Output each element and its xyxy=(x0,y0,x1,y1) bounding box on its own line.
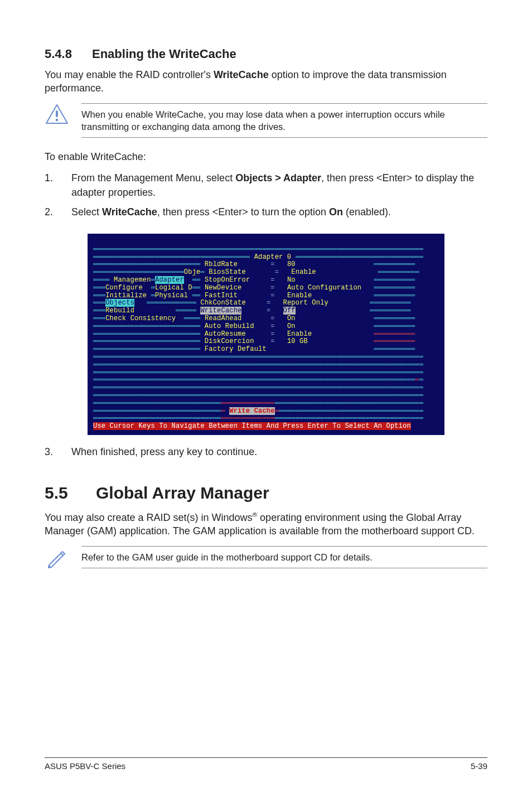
step-1: 1. From the Management Menu, select Obje… xyxy=(45,171,487,199)
step-3: 3. When finished, press any key to conti… xyxy=(45,445,487,459)
submenu-logical: Logical D xyxy=(155,284,192,292)
steps-list-cont: 3. When finished, press any key to conti… xyxy=(45,445,487,459)
menu-management: Managemen xyxy=(114,276,151,284)
step1-pre: From the Management Menu, select xyxy=(71,172,235,183)
terminal-header: Adapter 0 xyxy=(254,253,292,261)
page-footer: ASUS P5BV-C Series 5-39 xyxy=(45,757,487,771)
step2-bold2: On xyxy=(329,206,343,218)
prop-writecache: WriteCache xyxy=(200,307,241,315)
svg-line-3 xyxy=(61,553,63,555)
step2-bold1: WriteCache xyxy=(102,206,157,218)
procedure-label: To enable WriteCache: xyxy=(45,150,487,163)
submenu-adapter: Adapter xyxy=(155,276,184,284)
prop-factorydefault: Factory Default xyxy=(205,345,267,353)
svg-rect-1 xyxy=(56,110,58,117)
footer-right: 5-39 xyxy=(471,761,487,771)
terminal-screen: ════════════════════════════════════════… xyxy=(88,234,444,435)
info-note: Refer to the GAM user guide in the mothe… xyxy=(45,546,487,568)
subsection-number: 5.4.8 xyxy=(45,47,92,61)
prop-autoresume: AutoResume xyxy=(205,330,246,338)
step2-pre: Select xyxy=(71,206,102,218)
prop-newdevice: NewDevice xyxy=(205,284,242,292)
val-rbldrate: 80 xyxy=(287,260,296,268)
info-note-text: Refer to the GAM user guide in the mothe… xyxy=(81,546,487,568)
warning-icon xyxy=(45,103,69,125)
subsection-heading: 5.4.8Enabling the WriteCache xyxy=(45,47,487,61)
warning-note: When you enable WriteCache, you may lose… xyxy=(45,103,487,138)
step-2: 2. Select WriteCache, then press <Enter>… xyxy=(45,205,487,219)
prop-autorebuild: Auto Rebuild xyxy=(205,322,254,330)
svg-point-2 xyxy=(56,118,59,121)
val-autoresume: Enable xyxy=(287,330,312,338)
val-fastinit: Enable xyxy=(287,292,312,299)
menu-checkconsistency: Check Consistency xyxy=(105,315,176,322)
registered-mark: ® xyxy=(252,511,257,518)
menu-rebuild: Rebuild xyxy=(105,307,134,315)
step2-post: (enabled). xyxy=(343,206,391,218)
steps-list: 1. From the Management Menu, select Obje… xyxy=(45,171,487,219)
menu-configure: Configure xyxy=(105,284,143,292)
val-chkconstate: Report Only xyxy=(283,299,328,307)
intro-pre: You may enable the RAID controller's xyxy=(45,69,214,80)
section-heading: 5.5Global Array Manager xyxy=(45,484,487,503)
step2-mid: , then press <Enter> to turn the option xyxy=(157,206,329,218)
body-pre: You may also create a RAID set(s) in Win… xyxy=(45,512,252,523)
step-number: 3. xyxy=(45,445,71,459)
subsection-title: Enabling the WriteCache xyxy=(92,47,236,61)
submenu-physical: Physical xyxy=(155,292,188,299)
val-newdevice: Auto Configuration xyxy=(287,284,361,292)
val-writecache: Off xyxy=(283,307,296,315)
footer-left: ASUS P5BV-C Series xyxy=(45,761,125,771)
val-diskcoercion: 10 GB xyxy=(287,337,308,345)
prop-chkconstate: ChkConState xyxy=(200,299,245,307)
prop-stoponerror: StopOnError xyxy=(205,276,250,284)
section2-body: You may also create a RAID set(s) in Win… xyxy=(45,510,487,538)
step-number: 2. xyxy=(45,205,71,219)
val-stoponerror: No xyxy=(287,276,296,284)
menu-objects: Objects xyxy=(105,299,134,307)
terminal-figure: ════════════════════════════════════════… xyxy=(45,234,487,435)
section-number: 5.5 xyxy=(45,484,96,503)
prop-rbldrate: RbldRate xyxy=(205,260,238,268)
val-autorebuild: On xyxy=(287,322,296,330)
intro-bold: WriteCache xyxy=(214,69,269,80)
submenu-obje: Obje xyxy=(184,268,201,276)
prop-fastinit: FastInit xyxy=(205,292,238,299)
val-biosstate: Enable xyxy=(291,268,316,276)
val-readahead: On xyxy=(287,315,296,322)
intro-paragraph: You may enable the RAID controller's Wri… xyxy=(45,68,487,95)
popup-writecache: Write Cache xyxy=(229,407,274,415)
menu-initialize: Initialize xyxy=(105,292,147,299)
terminal-statusbar: Use Cursor Keys To Navigate Between Item… xyxy=(93,422,411,430)
note-icon xyxy=(45,546,69,568)
step1-bold: Objects > Adapter xyxy=(235,172,321,183)
step-number: 1. xyxy=(45,171,71,199)
prop-readahead: ReadAhead xyxy=(205,315,242,322)
step3-text: When finished, press any key to continue… xyxy=(71,445,487,459)
prop-biosstate: BiosState xyxy=(209,268,246,276)
prop-diskcoercion: DiskCoercion xyxy=(205,337,254,345)
warning-text: When you enable WriteCache, you may lose… xyxy=(81,103,487,138)
section-title: Global Array Manager xyxy=(96,484,269,502)
